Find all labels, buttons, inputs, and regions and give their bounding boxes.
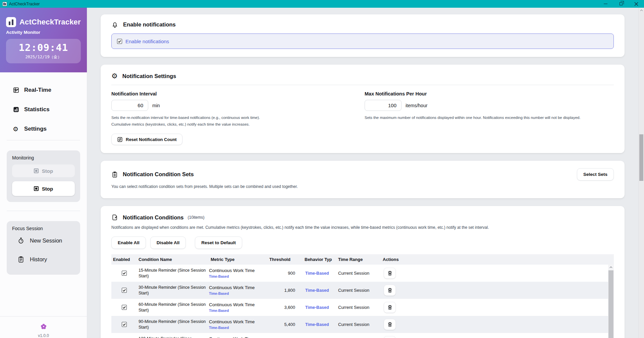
sidebar-item-statistics[interactable]: Statistics (0, 100, 87, 119)
refresh-icon (117, 137, 123, 142)
clock-panel: 12:09:41 2025/12/19（金） (6, 39, 81, 63)
flower-icon (40, 323, 48, 331)
scroll-up-arrow[interactable] (608, 265, 614, 270)
card-title: Enable notifications (123, 21, 176, 28)
app-logo-icon (6, 17, 16, 27)
delete-condition-button[interactable] (384, 336, 396, 338)
close-icon (634, 2, 638, 6)
reset-notification-count-button[interactable]: Reset Notification Count (111, 134, 182, 145)
window-scrollbar[interactable] (638, 8, 644, 338)
field-label: Max Notifications Per Hour (365, 91, 614, 96)
focus-session-label: Focus Session (12, 226, 75, 231)
button-label: Reset to Default (201, 240, 236, 245)
chevron-up-icon (640, 9, 643, 11)
row-enabled-checkbox[interactable] (122, 288, 127, 293)
table-row: 60-Minute Reminder (Since Session Start)… (111, 299, 608, 316)
enable-notifications-card: Enable notifications Enable notification… (101, 14, 625, 57)
time-range: Current Session (336, 305, 381, 310)
trash-icon (387, 322, 393, 327)
notification-conditions-card: Notification Conditions (10items) Notifi… (101, 206, 625, 338)
table-row: 15-Minute Reminder (Since Session Start)… (111, 265, 608, 282)
max-notifications-group: Max Notifications Per Hour items/hour Se… (365, 91, 614, 128)
table-header-row: Enabled Condition Name Metric Type Thres… (111, 254, 608, 265)
field-description: Sets the maximum number of notifications… (365, 114, 614, 121)
sidebar-item-settings[interactable]: ⚙ Settings (0, 119, 87, 139)
metric-subtype: Time-Based (209, 326, 264, 330)
condition-name: 90-Minute Reminder (Since Session Start) (137, 317, 209, 332)
notification-interval-input[interactable] (111, 100, 148, 111)
sidebar-nav: Real-Time Statistics ⚙ Settings (0, 72, 87, 139)
enable-notifications-field[interactable]: Enable notifications (111, 33, 614, 49)
divider (7, 140, 80, 140)
notification-settings-card: ⚙ Notification Settings Notification Int… (101, 65, 625, 153)
window-titlebar[interactable]: ActCheckTracker (0, 0, 644, 8)
max-notifications-input[interactable] (365, 100, 401, 111)
behavior-type: Time-Based (296, 288, 336, 293)
stop-button-disabled[interactable]: Stop (12, 164, 75, 177)
minimize-icon (604, 4, 607, 4)
delete-condition-button[interactable] (384, 285, 396, 296)
table-row: 90-Minute Reminder (Since Session Start)… (111, 316, 608, 333)
document-pen-icon (111, 214, 118, 221)
delete-condition-button[interactable] (384, 319, 396, 330)
sidebar-item-new-session[interactable]: New Session (12, 231, 75, 250)
delete-condition-button[interactable] (384, 268, 396, 279)
sidebar-item-label: Statistics (24, 106, 50, 113)
time-range: Current Session (336, 288, 381, 293)
threshold-value: 900 (264, 271, 296, 276)
table-scrollbar-track[interactable] (608, 265, 614, 338)
sidebar-item-label: Settings (24, 126, 47, 132)
delete-condition-button[interactable] (384, 302, 396, 313)
sidebar-item-history[interactable]: History (12, 250, 75, 269)
column-header: Metric Type (209, 257, 264, 262)
bar-chart-icon (13, 106, 19, 113)
sidebar-item-realtime[interactable]: Real-Time (0, 80, 87, 100)
realtime-chart-icon (13, 87, 19, 93)
metric-type: Continuous Work Time (209, 268, 264, 274)
gear-icon: ⚙ (111, 73, 118, 80)
disable-all-button[interactable]: Disable All (150, 236, 186, 249)
close-button[interactable] (629, 0, 644, 8)
condition-name: 30-Minute Reminder (Since Session Start) (137, 283, 209, 298)
metric-type: Continuous Work Time (209, 319, 264, 325)
table-scrollbar-thumb[interactable] (608, 270, 613, 338)
stop-button[interactable]: Stop (12, 181, 75, 196)
stopwatch-icon (17, 237, 24, 244)
trash-icon (387, 287, 393, 293)
row-enabled-checkbox[interactable] (122, 322, 127, 327)
table-scrollbar[interactable] (608, 254, 614, 338)
app-version: v1.0.0 (0, 333, 87, 338)
focus-session-panel: Focus Session New Session History (7, 221, 80, 275)
behavior-type: Time-Based (296, 271, 336, 276)
trash-icon (387, 270, 393, 276)
minimize-button[interactable] (598, 0, 613, 8)
clock-time: 12:09:41 (6, 42, 81, 53)
metric-type: Continuous Work Time (209, 336, 264, 338)
threshold-value: 3,600 (264, 305, 296, 310)
stop-icon (34, 168, 39, 173)
check-icon (122, 306, 126, 309)
enable-all-button[interactable]: Enable All (111, 236, 146, 249)
condition-name: 15-Minute Reminder (Since Session Start) (137, 266, 209, 281)
conditions-table: Enabled Condition Name Metric Type Thres… (111, 254, 614, 338)
row-enabled-checkbox[interactable] (122, 305, 127, 310)
sidebar-item-label: New Session (30, 238, 62, 244)
clipboard-icon (111, 171, 118, 178)
enable-notifications-checkbox[interactable] (117, 39, 122, 44)
metric-subtype: Time-Based (209, 291, 264, 296)
select-sets-button[interactable]: Select Sets (577, 168, 614, 181)
monitoring-label: Monitoring (12, 155, 75, 160)
sidebar: ActCheckTracker Activity Monitor 12:09:4… (0, 8, 87, 338)
reset-to-default-button[interactable]: Reset to Default (195, 236, 242, 249)
checkbox-label: Enable notifications (125, 39, 169, 44)
conditions-count: (10items) (187, 215, 204, 220)
sidebar-footer: v1.0.0 (0, 316, 87, 338)
window-scrollbar-thumb[interactable] (639, 134, 643, 181)
scroll-up-arrow[interactable] (639, 8, 644, 13)
row-enabled-checkbox[interactable] (122, 271, 127, 276)
restore-button[interactable] (613, 0, 629, 8)
check-icon (122, 323, 126, 326)
table-row: 30-Minute Reminder (Since Session Start)… (111, 282, 608, 299)
button-label: Reset Notification Count (126, 137, 177, 142)
column-header: Threshold (264, 257, 296, 262)
